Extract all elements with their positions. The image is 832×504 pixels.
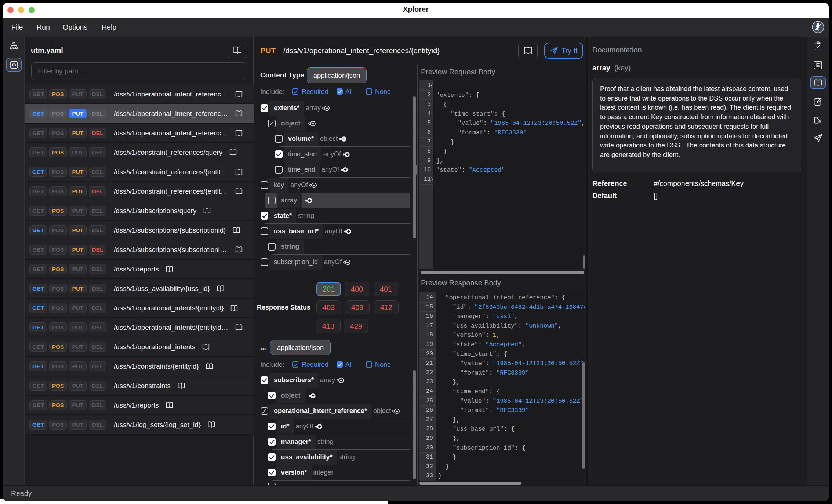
svg-text:E: E (816, 62, 820, 68)
